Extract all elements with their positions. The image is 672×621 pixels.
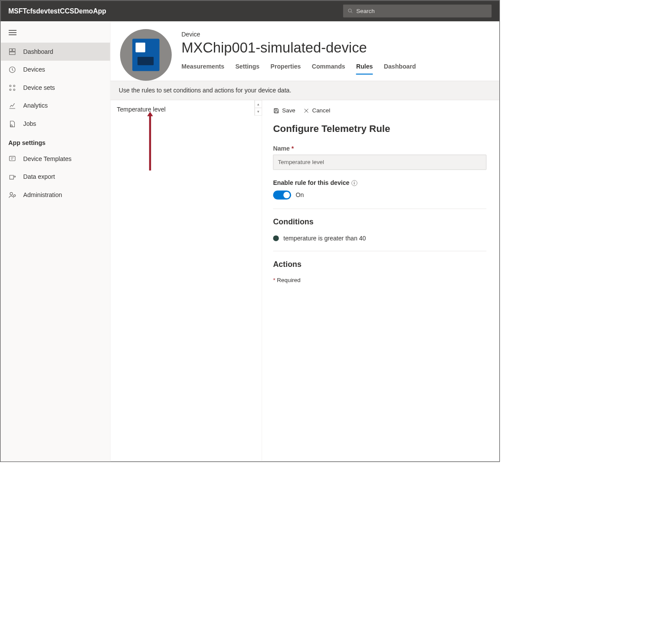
top-bar: MSFTcfsdevtestCCSDemoApp xyxy=(0,0,499,21)
svg-point-9 xyxy=(10,85,11,87)
condition-dot-icon xyxy=(273,235,279,241)
condition-row[interactable]: temperature is greater than 40 xyxy=(273,235,486,242)
toggle-state-label: On xyxy=(296,191,304,198)
enable-rule-toggle[interactable] xyxy=(273,191,291,200)
admin-icon xyxy=(8,191,16,199)
save-button[interactable]: Save xyxy=(273,107,295,114)
breadcrumb: Device xyxy=(181,31,416,38)
svg-point-13 xyxy=(10,125,12,127)
rule-list: Temperature level ▴ ▾ xyxy=(110,100,262,462)
rule-list-item[interactable]: Temperature level xyxy=(117,106,255,113)
sidebar-item-device-templates[interactable]: Device Templates xyxy=(0,150,110,168)
device-header: Device MXChip001-simulated-device Measur… xyxy=(110,21,499,81)
svg-point-12 xyxy=(13,89,15,91)
svg-point-16 xyxy=(13,195,15,197)
search-icon xyxy=(347,8,353,14)
cancel-label: Cancel xyxy=(312,107,330,114)
required-label: Required xyxy=(277,277,300,283)
sidebar-item-label: Administration xyxy=(23,191,62,198)
sidebar-item-administration[interactable]: Administration xyxy=(0,186,110,204)
main-content: Device MXChip001-simulated-device Measur… xyxy=(110,21,499,461)
templates-icon xyxy=(8,155,16,163)
divider xyxy=(273,251,486,251)
sidebar-item-device-sets[interactable]: Device sets xyxy=(0,79,110,97)
svg-rect-5 xyxy=(10,49,12,51)
search-input[interactable] xyxy=(356,7,487,14)
sidebar-item-label: Data export xyxy=(23,174,55,181)
rule-name-input[interactable] xyxy=(273,154,486,170)
sidebar: Dashboard Devices Device sets Analytics … xyxy=(0,21,110,461)
close-icon xyxy=(303,107,310,114)
annotation-arrow-icon xyxy=(149,115,151,170)
sidebar-item-dashboard[interactable]: Dashboard xyxy=(0,43,110,61)
svg-point-0 xyxy=(348,9,351,12)
svg-rect-14 xyxy=(10,156,15,161)
analytics-icon xyxy=(8,102,16,110)
devices-icon xyxy=(8,66,16,74)
svg-point-11 xyxy=(10,89,11,91)
save-icon xyxy=(273,107,279,114)
tab-dashboard[interactable]: Dashboard xyxy=(384,63,416,75)
device-name: MXChip001-simulated-device xyxy=(181,39,416,56)
svg-point-10 xyxy=(13,85,15,87)
sidebar-item-label: Jobs xyxy=(23,121,36,128)
sidebar-item-label: Devices xyxy=(23,66,45,73)
spinner-up[interactable]: ▴ xyxy=(255,100,262,108)
hamburger-icon xyxy=(8,30,16,35)
tab-commands[interactable]: Commands xyxy=(312,63,345,75)
instruction-text: Use the rules to set conditions and acti… xyxy=(110,81,499,100)
svg-rect-18 xyxy=(275,111,278,112)
sidebar-section-app-settings: App settings xyxy=(0,133,110,150)
svg-rect-7 xyxy=(10,52,15,55)
condition-text: temperature is greater than 40 xyxy=(283,235,366,242)
sidebar-item-jobs[interactable]: Jobs xyxy=(0,115,110,133)
name-label-text: Name xyxy=(273,145,290,152)
dashboard-icon xyxy=(8,48,16,56)
save-label: Save xyxy=(282,107,295,114)
info-icon[interactable]: i xyxy=(351,180,357,186)
svg-line-1 xyxy=(351,12,352,13)
tab-measurements[interactable]: Measurements xyxy=(181,63,224,75)
svg-point-15 xyxy=(10,192,13,195)
enable-rule-label: Enable rule for this device xyxy=(273,180,349,187)
export-icon xyxy=(8,173,16,181)
tab-rules[interactable]: Rules xyxy=(356,63,373,75)
tab-properties[interactable]: Properties xyxy=(270,63,301,75)
name-label: Name * xyxy=(273,145,486,152)
chip-icon xyxy=(132,39,159,71)
sidebar-item-analytics[interactable]: Analytics xyxy=(0,97,110,115)
spinner-down[interactable]: ▾ xyxy=(255,108,262,115)
search-box[interactable] xyxy=(343,4,492,17)
rule-detail: Save Cancel Configure Telemetry Rule Nam… xyxy=(262,100,499,462)
tab-settings[interactable]: Settings xyxy=(235,63,259,75)
sidebar-item-label: Device Templates xyxy=(23,155,72,162)
svg-rect-6 xyxy=(13,49,15,51)
required-note: * Required xyxy=(273,277,486,284)
divider xyxy=(273,209,486,209)
sidebar-item-label: Analytics xyxy=(23,102,48,109)
hamburger-menu[interactable] xyxy=(0,24,110,43)
device-tabs: Measurements Settings Properties Command… xyxy=(181,63,416,75)
required-star: * xyxy=(292,145,294,152)
device-avatar xyxy=(120,29,172,81)
actions-header: Actions xyxy=(273,260,486,269)
conditions-header: Conditions xyxy=(273,217,486,227)
sidebar-item-devices[interactable]: Devices xyxy=(0,61,110,79)
rule-list-spinner: ▴ ▾ xyxy=(254,100,262,116)
sidebar-item-label: Dashboard xyxy=(23,48,53,55)
sidebar-item-data-export[interactable]: Data export xyxy=(0,168,110,186)
device-sets-icon xyxy=(8,84,16,92)
sidebar-item-label: Device sets xyxy=(23,84,55,91)
cancel-button[interactable]: Cancel xyxy=(303,107,331,114)
jobs-icon xyxy=(8,120,16,128)
rule-form-title: Configure Telemetry Rule xyxy=(273,123,486,134)
app-title: MSFTcfsdevtestCCSDemoApp xyxy=(8,7,106,15)
svg-rect-17 xyxy=(275,108,277,110)
